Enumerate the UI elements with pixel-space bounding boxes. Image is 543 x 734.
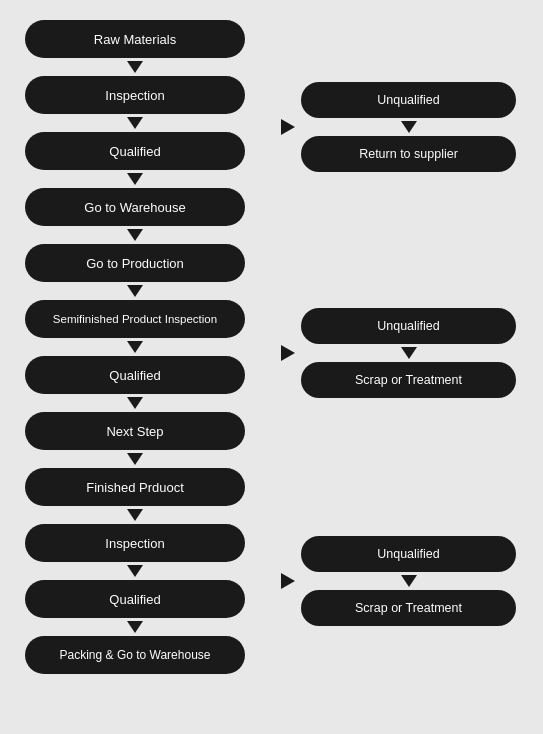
finished-product-node: Finished Prduoct — [25, 468, 245, 506]
qualified3-node: Qualified — [25, 580, 245, 618]
branch2: Unqualified Scrap or Treatment — [275, 308, 535, 398]
packing-node: Packing & Go to Warehouse — [25, 636, 245, 674]
unqualified3-node: Unqualified — [301, 536, 516, 572]
arrow-down-5 — [127, 285, 143, 297]
branch3-arrow-down — [401, 575, 417, 587]
arrow-down-11 — [127, 621, 143, 633]
branch1: Unqualified Return to supplier — [275, 82, 535, 172]
scrap-treatment1-node: Scrap or Treatment — [301, 362, 516, 398]
unqualified1-node: Unqualified — [301, 82, 516, 118]
branch3: Unqualified Scrap or Treatment — [275, 536, 535, 626]
scrap-treatment2-node: Scrap or Treatment — [301, 590, 516, 626]
branch2-arrow-right — [281, 345, 295, 361]
branch3-spacer — [275, 398, 535, 536]
branch1-arrow-right — [281, 119, 295, 135]
arrow-down-7 — [127, 397, 143, 409]
qualified2-node: Qualified — [25, 356, 245, 394]
arrow-down-10 — [127, 565, 143, 577]
semifinished-inspection-node: Semifinished Product Inspection — [25, 300, 245, 338]
unqualified2-node: Unqualified — [301, 308, 516, 344]
arrow-down-1 — [127, 61, 143, 73]
next-step-node: Next Step — [25, 412, 245, 450]
inspection2-node: Inspection — [25, 524, 245, 562]
raw-materials-node: Raw Materials — [25, 20, 245, 58]
arrow-down-3 — [127, 173, 143, 185]
qualified1-node: Qualified — [25, 132, 245, 170]
branch3-arrow-right — [281, 573, 295, 589]
inspection1-node: Inspection — [25, 76, 245, 114]
branch2-spacer — [275, 172, 535, 308]
go-to-warehouse-node: Go to Warehouse — [25, 188, 245, 226]
left-flow: Raw Materials Inspection Qualified Go to… — [5, 20, 265, 674]
right-branches: Unqualified Return to supplier Unqualifi… — [265, 20, 535, 626]
arrow-down-9 — [127, 509, 143, 521]
go-to-production-node: Go to Production — [25, 244, 245, 282]
diagram: Raw Materials Inspection Qualified Go to… — [0, 10, 543, 684]
arrow-down-6 — [127, 341, 143, 353]
arrow-down-8 — [127, 453, 143, 465]
branch1-spacer-top — [275, 20, 535, 82]
arrow-down-4 — [127, 229, 143, 241]
arrow-down-2 — [127, 117, 143, 129]
branch2-arrow-down — [401, 347, 417, 359]
return-supplier-node: Return to supplier — [301, 136, 516, 172]
branch1-arrow-down — [401, 121, 417, 133]
